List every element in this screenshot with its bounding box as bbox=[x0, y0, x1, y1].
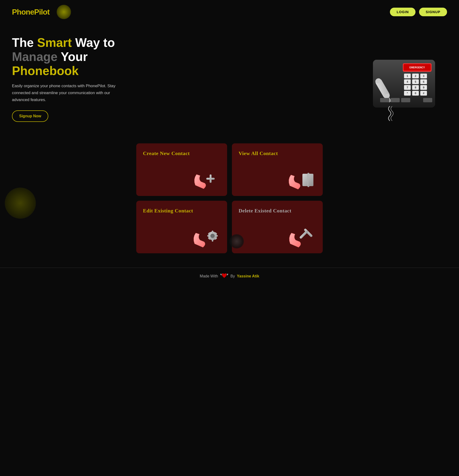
svg-text:4: 4 bbox=[407, 80, 408, 83]
create-contact-title: Create New Contact bbox=[143, 150, 220, 157]
svg-text:1: 1 bbox=[407, 75, 408, 77]
view-contact-card[interactable]: View All Contact bbox=[232, 143, 323, 196]
svg-text:*: * bbox=[407, 92, 408, 95]
svg-text:6: 6 bbox=[423, 80, 424, 83]
svg-text:0: 0 bbox=[415, 92, 416, 95]
svg-text:3: 3 bbox=[423, 75, 424, 77]
hero-title-smart: Smart bbox=[37, 36, 72, 50]
footer-made-with: Made With bbox=[200, 274, 218, 278]
decorative-blob-bottom bbox=[229, 234, 244, 248]
svg-text:EMERGENCY: EMERGENCY bbox=[409, 66, 425, 69]
delete-contact-icon-wrapper bbox=[239, 226, 316, 248]
features-grid: Create New Contact bbox=[136, 143, 323, 253]
svg-rect-43 bbox=[212, 230, 213, 233]
edit-contact-icon-wrapper bbox=[143, 226, 220, 248]
create-contact-card[interactable]: Create New Contact bbox=[136, 143, 227, 196]
hero-section: The Smart Way to Manage Your Phonebook E… bbox=[0, 24, 459, 139]
svg-rect-33 bbox=[380, 98, 389, 102]
desk-phone-svg: EMERGENCY 1 2 3 4 5 6 7 8 9 * bbox=[359, 36, 445, 122]
svg-text:9: 9 bbox=[423, 86, 424, 89]
edit-contact-title: Edit Existing Contact bbox=[143, 207, 220, 214]
hero-phone-illustration: EMERGENCY 1 2 3 4 5 6 7 8 9 * bbox=[356, 34, 447, 124]
features-section: Create New Contact bbox=[0, 139, 459, 268]
edit-contact-card[interactable]: Edit Existing Contact bbox=[136, 201, 227, 253]
decorative-blob-top bbox=[57, 5, 71, 19]
hero-cta-button[interactable]: Signup Now bbox=[12, 110, 48, 122]
svg-text:7: 7 bbox=[407, 86, 408, 89]
svg-rect-52 bbox=[299, 230, 309, 239]
svg-point-42 bbox=[210, 234, 215, 238]
svg-rect-34 bbox=[391, 98, 400, 102]
phone-add-icon bbox=[192, 169, 220, 191]
phone-book-icon bbox=[287, 169, 316, 191]
svg-rect-36 bbox=[423, 98, 432, 102]
view-contact-title: View All Contact bbox=[239, 150, 316, 157]
heart-wings-icon bbox=[220, 272, 229, 279]
svg-rect-46 bbox=[215, 235, 218, 237]
svg-rect-45 bbox=[207, 235, 210, 237]
svg-rect-40 bbox=[307, 174, 308, 186]
hero-title-your: Your bbox=[58, 50, 88, 64]
svg-text:8: 8 bbox=[415, 86, 416, 89]
hero-text: The Smart Way to Manage Your Phonebook E… bbox=[12, 36, 136, 122]
view-contact-icon-wrapper bbox=[239, 169, 316, 191]
svg-rect-38 bbox=[206, 178, 215, 180]
svg-text:2: 2 bbox=[415, 75, 416, 77]
svg-rect-35 bbox=[401, 98, 410, 102]
hero-title-the: The bbox=[12, 36, 37, 50]
logo: PhonePilot bbox=[12, 8, 50, 17]
navbar: PhonePilot LOGIN SIGNUP bbox=[0, 0, 459, 24]
footer: Made With By Yassine Atik bbox=[0, 268, 459, 284]
login-button[interactable]: LOGIN bbox=[390, 8, 416, 16]
hero-title-manage: Manage bbox=[12, 50, 58, 64]
footer-by: By bbox=[230, 274, 235, 278]
footer-author: Yassine Atik bbox=[237, 274, 259, 278]
footer-heart bbox=[220, 272, 229, 280]
decorative-blob-left bbox=[5, 187, 36, 219]
phone-delete-icon bbox=[287, 226, 316, 248]
signup-button[interactable]: SIGNUP bbox=[419, 8, 447, 16]
delete-contact-card[interactable]: Delete Existed Contact bbox=[232, 201, 323, 253]
hero-title-phonebook: Phonebook bbox=[12, 64, 79, 78]
svg-text:5: 5 bbox=[415, 80, 416, 83]
svg-rect-44 bbox=[212, 239, 213, 242]
hero-subtitle: Easily organize your phone contacts with… bbox=[12, 83, 122, 103]
svg-text:#: # bbox=[423, 92, 424, 95]
hero-title: The Smart Way to Manage Your Phonebook bbox=[12, 36, 136, 78]
nav-buttons: LOGIN SIGNUP bbox=[390, 8, 447, 16]
hero-title-way: Way to bbox=[72, 36, 115, 50]
phone-edit-icon bbox=[192, 226, 220, 248]
delete-contact-title: Delete Existed Contact bbox=[239, 207, 316, 214]
create-contact-icon-wrapper bbox=[143, 169, 220, 191]
